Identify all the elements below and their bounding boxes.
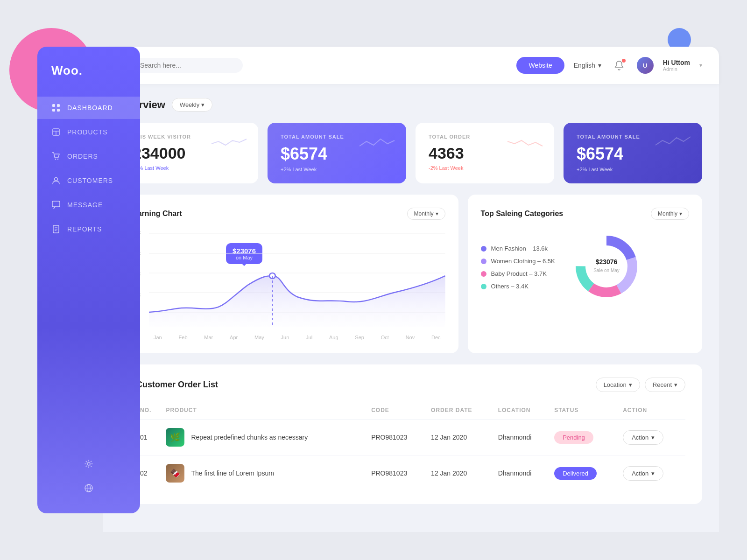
sidebar-label-products: PRODUCTS bbox=[67, 128, 108, 136]
stat-card-amount-sale-1: TOTAL AMOUNT SALE $6574 +2% Last Week bbox=[268, 123, 406, 183]
row-1-code: PRO981023 bbox=[367, 420, 427, 455]
order-table: NO. PRODUCT CODE ORDER DATE LOCATION STA… bbox=[136, 401, 685, 491]
chevron-down-icon: ▾ bbox=[651, 470, 655, 477]
chevron-down-icon: ▾ bbox=[674, 381, 677, 388]
search-input[interactable] bbox=[140, 62, 233, 69]
box-icon bbox=[51, 127, 61, 137]
notification-button[interactable] bbox=[611, 57, 627, 74]
col-order-date: ORDER DATE bbox=[427, 401, 494, 420]
svg-rect-2 bbox=[52, 109, 55, 112]
action-button-1[interactable]: Action ▾ bbox=[623, 430, 663, 445]
top-categories-card: Top Saleing Categories Monthly ▾ Men Fas… bbox=[468, 195, 702, 353]
order-wave bbox=[507, 132, 545, 153]
chevron-down-icon-user: ▾ bbox=[699, 62, 702, 69]
donut-container: Men Fashion – 13.6k Women Clothing – 6.5… bbox=[481, 229, 689, 306]
sidebar-item-message[interactable]: MESSAGE bbox=[37, 194, 140, 216]
sidebar-item-dashboard[interactable]: DASHBOARD bbox=[37, 97, 140, 119]
chevron-down-icon: ▾ bbox=[651, 434, 655, 441]
product-thumb-2: 🍫 bbox=[166, 464, 184, 483]
row-1-product: 🌿 Repeat predefined chunks as necessary bbox=[162, 420, 367, 455]
sidebar-item-customers[interactable]: CUSTOMERS bbox=[37, 169, 140, 192]
top-categories-filter[interactable]: Monthly ▾ bbox=[651, 208, 689, 220]
donut-chart: $23076 Sale on May bbox=[569, 229, 644, 306]
sidebar-bottom bbox=[37, 443, 140, 513]
svg-point-7 bbox=[55, 178, 58, 181]
col-no: NO. bbox=[136, 401, 162, 420]
chevron-down-icon: ▾ bbox=[436, 210, 438, 217]
doc-icon bbox=[51, 224, 61, 234]
sidebar-item-products[interactable]: PRODUCTS bbox=[37, 121, 140, 143]
cart-icon bbox=[51, 152, 61, 161]
table-row: 01 🌿 Repeat predefined chunks as necessa… bbox=[136, 420, 685, 455]
location-filter-button[interactable]: Location ▾ bbox=[596, 378, 640, 392]
order-table-body: 01 🌿 Repeat predefined chunks as necessa… bbox=[136, 420, 685, 491]
order-list-filters: Location ▾ Recent ▾ bbox=[596, 378, 685, 392]
earning-chart-svg bbox=[149, 229, 445, 327]
sidebar-item-orders[interactable]: ORDERS bbox=[37, 145, 140, 168]
row-2-date: 12 Jan 2020 bbox=[427, 455, 494, 491]
sidebar-nav: DASHBOARD PRODUCTS ORDERS bbox=[37, 92, 140, 443]
col-product: PRODUCT bbox=[162, 401, 367, 420]
row-2-no: 02 bbox=[136, 455, 162, 491]
user-role: Admin bbox=[663, 66, 690, 72]
sidebar-label-reports: REPORTS bbox=[67, 225, 102, 233]
svg-point-5 bbox=[55, 159, 56, 160]
chevron-down-icon: ▾ bbox=[201, 101, 204, 108]
legend-dot-baby bbox=[481, 271, 486, 277]
earning-chart-svg-container: $23076 on May 40k 30k 20k 10k 0 bbox=[133, 229, 445, 332]
gear-icon bbox=[84, 459, 93, 469]
row-1-location: Dhanmondi bbox=[494, 420, 550, 455]
order-list-title: Customer Order List bbox=[136, 380, 218, 390]
sidebar-item-globe[interactable] bbox=[37, 477, 140, 499]
legend-baby: Baby Product – 3.7K bbox=[481, 270, 555, 277]
chevron-down-icon: ▾ bbox=[629, 381, 632, 388]
earning-chart-card: Earning Chart Monthly ▾ $23076 on May 40… bbox=[120, 195, 458, 353]
globe-icon bbox=[84, 483, 93, 493]
svg-rect-0 bbox=[52, 104, 55, 107]
col-location: LOCATION bbox=[494, 401, 550, 420]
row-1-date: 12 Jan 2020 bbox=[427, 420, 494, 455]
language-label: English bbox=[574, 62, 595, 69]
svg-rect-1 bbox=[57, 104, 60, 107]
svg-point-31 bbox=[585, 245, 627, 287]
sidebar-item-reports[interactable]: REPORTS bbox=[37, 218, 140, 240]
top-categories-title: Top Saleing Categories bbox=[481, 210, 564, 218]
col-code: CODE bbox=[367, 401, 427, 420]
weekly-filter-button[interactable]: Weekly ▾ bbox=[172, 98, 212, 112]
action-button-2[interactable]: Action ▾ bbox=[623, 466, 663, 481]
svg-rect-3 bbox=[57, 109, 60, 112]
stat-change-visitor: +2% Last Week bbox=[133, 165, 245, 171]
chevron-down-icon: ▾ bbox=[598, 62, 601, 69]
user-info: Hi Uttom Admin bbox=[663, 59, 690, 72]
donut-svg: $23076 Sale on May bbox=[569, 229, 644, 304]
donut-legend: Men Fashion – 13.6k Women Clothing – 6.5… bbox=[481, 245, 555, 290]
order-table-head: NO. PRODUCT CODE ORDER DATE LOCATION STA… bbox=[136, 401, 685, 420]
chart-x-axis: Jan Feb Mar Apr May Jun Jul Aug Sep Oct … bbox=[149, 335, 445, 340]
website-button[interactable]: Website bbox=[516, 57, 564, 74]
row-2-status: Delivered bbox=[550, 455, 619, 491]
content-area: Overview Weekly ▾ THIS WEEK VISITOR 2340… bbox=[103, 84, 719, 532]
sidebar-item-settings[interactable] bbox=[37, 453, 140, 475]
brand-logo: Woo. bbox=[37, 47, 140, 92]
amount1-wave bbox=[359, 132, 397, 153]
row-1-status: Pending bbox=[550, 420, 619, 455]
language-selector[interactable]: English ▾ bbox=[574, 62, 601, 69]
legend-others: Others – 3.4K bbox=[481, 283, 555, 290]
charts-row: Earning Chart Monthly ▾ $23076 on May 40… bbox=[120, 195, 702, 353]
amount2-wave bbox=[655, 132, 693, 153]
legend-men: Men Fashion – 13.6k bbox=[481, 245, 555, 252]
row-1-no: 01 bbox=[136, 420, 162, 455]
chevron-down-icon: ▾ bbox=[679, 210, 682, 217]
stat-change-amount1: +2% Last Week bbox=[281, 167, 393, 172]
row-1-action: Action ▾ bbox=[619, 420, 685, 455]
stat-card-total-order: TOTAL ORDER 4363 -2% Last Week bbox=[416, 123, 554, 183]
main-area: Website English ▾ U Hi Uttom Admin ▾ Ove… bbox=[103, 47, 719, 532]
customer-order-list-card: Customer Order List Location ▾ Recent ▾ … bbox=[120, 364, 702, 504]
stats-row: THIS WEEK VISITOR 234000 +2% Last Week T… bbox=[120, 123, 702, 183]
row-2-location: Dhanmondi bbox=[494, 455, 550, 491]
recent-filter-button[interactable]: Recent ▾ bbox=[645, 378, 685, 392]
grid-icon bbox=[51, 103, 61, 112]
status-badge-pending: Pending bbox=[554, 431, 593, 444]
legend-women: Women Clothing – 6.5K bbox=[481, 258, 555, 265]
earning-chart-filter[interactable]: Monthly ▾ bbox=[407, 208, 445, 220]
